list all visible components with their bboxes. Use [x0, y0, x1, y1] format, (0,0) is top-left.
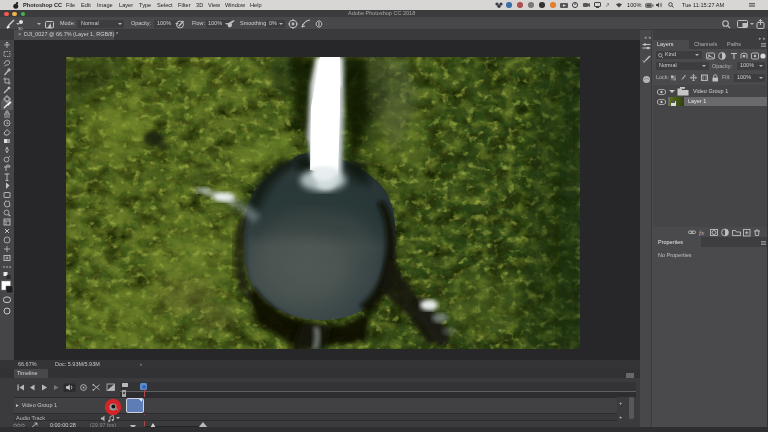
svg-text:fx: fx [699, 229, 705, 237]
